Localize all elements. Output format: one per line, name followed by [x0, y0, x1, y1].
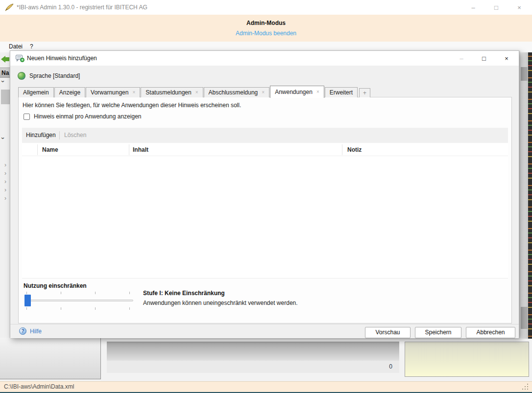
save-button[interactable]: Speichern [415, 327, 461, 338]
tab-close-icon[interactable]: × [195, 90, 198, 95]
delete-application-button[interactable]: Löschen [64, 128, 86, 143]
notes-pane [405, 342, 529, 377]
tab-erweitert[interactable]: Erweitert [325, 87, 358, 97]
language-label: Sprache [Standard] [29, 72, 80, 79]
admin-mode-exit-link[interactable]: Admin-Modus beenden [0, 30, 532, 37]
app-screen: *IBI-aws Admin 1.30.0 - registriert für … [0, 0, 532, 393]
preview-button[interactable]: Vorschau [365, 327, 411, 338]
count-field: 0 [107, 361, 399, 373]
help-icon: ? [19, 327, 26, 335]
dialog-title: Neuen Hinweis hinzufügen [27, 51, 97, 66]
add-note-icon: + [16, 54, 24, 62]
once-per-app-row: Hinweis einmal pro Anwendung anzeigen [24, 113, 141, 120]
tree-panel-bottom [0, 338, 101, 379]
tab-close-icon[interactable]: × [262, 90, 265, 95]
tab-content-panel: Hier können Sie festlegen, für welche An… [18, 97, 512, 324]
column-divider[interactable] [37, 144, 38, 155]
resize-grip-icon[interactable] [522, 384, 529, 390]
screen-right-edge [528, 52, 532, 339]
dialog-controls: – □ × [446, 51, 514, 66]
center-panel-gradient [107, 342, 399, 361]
statusbar: C:\IBI-aws\Admin\Data.xml [0, 381, 532, 392]
main-titlebar: *IBI-aws Admin 1.30.0 - registriert für … [0, 0, 532, 15]
usage-restriction-label: Nutzung einschränken [24, 282, 87, 289]
applications-toolbar: Hinzufügen Löschen [22, 128, 508, 143]
help-label: Hilfe [30, 328, 42, 335]
tab-vorwarnungen[interactable]: Vorwarnungen× [86, 87, 140, 97]
admin-mode-title: Admin-Modus [0, 20, 532, 26]
dialog-maximize-button[interactable]: □ [477, 51, 491, 66]
once-per-app-label: Hinweis einmal pro Anwendung anzeigen [34, 113, 141, 120]
tab-close-icon[interactable]: × [132, 90, 135, 95]
restriction-level-title: Stufe I: Keine Einschränkung [143, 290, 225, 297]
tab-anzeige[interactable]: Anzeige [54, 87, 85, 97]
tab-description: Hier können Sie festlegen, für welche An… [23, 102, 241, 109]
language-row[interactable]: Sprache [Standard] [18, 71, 80, 80]
restriction-level-description: Anwendungen können uneingeschränkt verwe… [143, 300, 298, 306]
tab-anwendungen[interactable]: Anwendungen× [270, 86, 324, 98]
data-file-path: C:\IBI-aws\Admin\Data.xml [4, 382, 74, 392]
dialog-titlebar: + Neuen Hinweis hinzufügen – □ × [10, 51, 519, 66]
dialog-close-button[interactable]: × [499, 51, 514, 66]
cancel-button[interactable]: Abbrechen [466, 327, 515, 338]
back-arrow-icon[interactable] [1, 55, 10, 63]
scrollbar-thumb[interactable] [521, 67, 528, 81]
tab-statusmeldungen[interactable]: Statusmeldungen× [141, 87, 203, 97]
maximize-button[interactable]: □ [489, 0, 504, 15]
column-divider[interactable] [129, 144, 129, 155]
help-link[interactable]: ? Hilfe [19, 327, 42, 335]
app-quill-icon [4, 3, 14, 13]
tree-column-header[interactable]: Na [0, 68, 10, 78]
slider-track[interactable] [24, 300, 133, 301]
add-note-dialog: + Neuen Hinweis hinzufügen – □ × Sprache… [10, 50, 519, 338]
usage-restriction-slider[interactable] [24, 291, 133, 311]
column-header-inhalt[interactable]: Inhalt [133, 143, 148, 156]
window-title: *IBI-aws Admin 1.30.0 - registriert für … [17, 0, 147, 15]
add-application-button[interactable]: Hinzufügen [26, 128, 56, 143]
tab-abschlussmeldung[interactable]: Abschlussmeldung× [204, 87, 270, 97]
column-divider[interactable] [342, 144, 342, 155]
applications-table-header: Name Inhalt Notiz [22, 143, 508, 156]
tab-allgemein[interactable]: Allgemein [18, 87, 54, 97]
minimize-button[interactable]: – [466, 0, 481, 15]
column-header-notiz[interactable]: Notiz [347, 143, 362, 156]
chevron-right-icon[interactable]: › [4, 170, 6, 177]
dialog-tabs: Allgemein Anzeige Vorwarnungen× Statusme… [18, 85, 371, 97]
chevron-right-icon[interactable]: › [4, 178, 6, 185]
chevron-right-icon[interactable]: › [4, 186, 6, 193]
column-header-name[interactable]: Name [42, 143, 58, 156]
chevron-down-icon[interactable]: › [0, 80, 7, 82]
tree-panel-left-edge: Na › › › › › › › [0, 52, 10, 338]
chevron-right-icon[interactable]: › [4, 195, 6, 202]
tab-close-icon[interactable]: × [316, 90, 319, 94]
vertical-scrollbar[interactable] [520, 52, 528, 339]
dialog-minimize-button: – [454, 51, 469, 66]
chevron-right-icon[interactable]: › [4, 162, 6, 168]
slider-thumb[interactable] [24, 295, 31, 306]
admin-mode-banner: Admin-Modus Admin-Modus beenden [0, 15, 532, 42]
applications-table[interactable]: Name Inhalt Notiz [22, 143, 508, 278]
toolbar-divider [59, 131, 60, 139]
tree-item-fragment [1, 90, 10, 104]
center-panel-bottom: 0 [107, 342, 399, 373]
once-per-app-checkbox[interactable] [24, 114, 30, 120]
window-controls: – □ × [458, 0, 527, 15]
chevron-down-icon[interactable]: › [0, 137, 7, 139]
scrollbar-segment[interactable] [521, 307, 528, 329]
dialog-footer: ? Hilfe Vorschau Speichern Abbrechen [10, 324, 519, 338]
globe-icon [18, 72, 25, 80]
close-button[interactable]: × [512, 0, 527, 15]
tab-add-button[interactable]: + [359, 88, 370, 97]
